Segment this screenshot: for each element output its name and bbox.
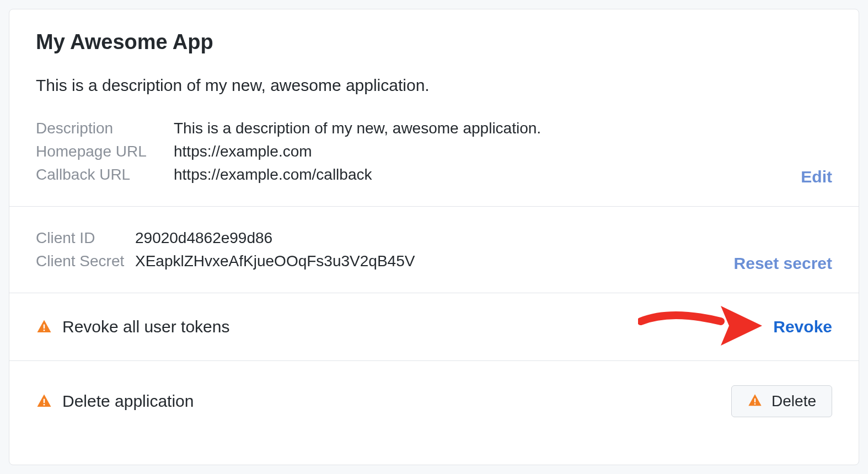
revoke-tokens-label: Revoke all user tokens (62, 317, 230, 336)
svg-rect-6 (754, 403, 756, 405)
delete-button-label: Delete (771, 392, 816, 410)
svg-marker-2 (721, 306, 762, 346)
detail-row-homepage: Homepage URL https://example.com (36, 140, 832, 163)
revoke-link[interactable]: Revoke (773, 317, 832, 336)
credentials-section: Client ID 29020d4862e99d86 Client Secret… (9, 207, 859, 293)
svg-rect-4 (44, 404, 45, 406)
detail-row-callback: Callback URL https://example.com/callbac… (36, 163, 832, 186)
delete-application-section: Delete application Delete (9, 361, 859, 441)
edit-link[interactable]: Edit (801, 168, 832, 186)
delete-application-label: Delete application (62, 392, 194, 411)
svg-rect-5 (754, 398, 756, 402)
description-value: This is a description of my new, awesome… (174, 117, 832, 140)
client-id-value: 29020d4862e99d86 (135, 227, 832, 250)
svg-rect-0 (44, 325, 45, 329)
app-title: My Awesome App (36, 30, 832, 54)
client-secret-label: Client Secret (36, 250, 135, 273)
warning-triangle-icon (36, 319, 52, 335)
delete-application-row: Delete application (36, 392, 194, 411)
callback-url-value: https://example.com/callback (174, 163, 832, 186)
detail-row-description: Description This is a description of my … (36, 117, 832, 140)
app-settings-card: My Awesome App This is a description of … (9, 9, 859, 465)
client-secret-value: XEapklZHvxeAfKjueOOqFs3u3V2qB45V (135, 250, 832, 273)
svg-rect-1 (44, 330, 45, 331)
annotation-arrow-icon (638, 299, 765, 354)
callback-url-label: Callback URL (36, 163, 174, 186)
delete-button[interactable]: Delete (731, 385, 832, 417)
app-details-section: My Awesome App This is a description of … (9, 9, 859, 207)
warning-triangle-icon (36, 393, 52, 410)
credential-row-client-id: Client ID 29020d4862e99d86 (36, 227, 832, 250)
client-id-label: Client ID (36, 227, 135, 250)
description-label: Description (36, 117, 174, 140)
app-description: This is a description of my new, awesome… (36, 74, 832, 97)
revoke-tokens-section: Revoke all user tokens Revoke (9, 293, 859, 361)
homepage-url-label: Homepage URL (36, 140, 174, 163)
homepage-url-value: https://example.com (174, 140, 832, 163)
credential-row-client-secret: Client Secret XEapklZHvxeAfKjueOOqFs3u3V… (36, 250, 832, 273)
reset-secret-link[interactable]: Reset secret (734, 254, 832, 273)
svg-rect-3 (44, 399, 45, 403)
warning-triangle-icon (747, 393, 764, 410)
revoke-tokens-row: Revoke all user tokens (36, 317, 230, 336)
